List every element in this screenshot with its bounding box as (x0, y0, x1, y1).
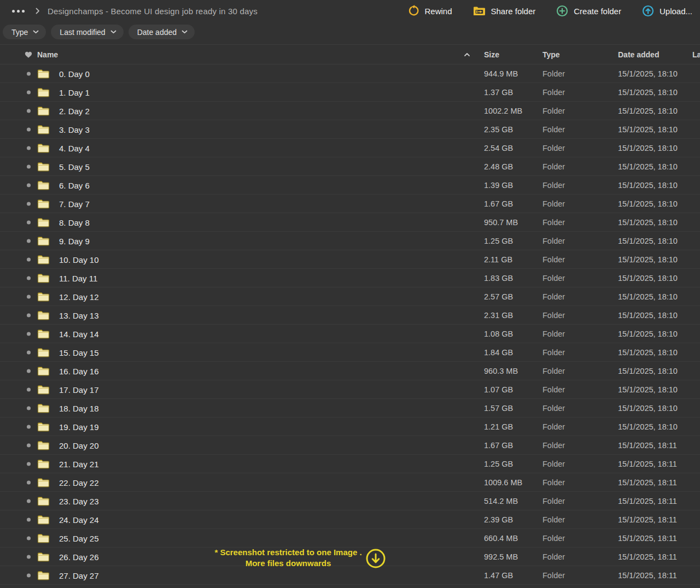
file-name[interactable]: 10. Day 10 (59, 255, 99, 264)
table-row[interactable]: 2. Day 2 1002.2 MB Folder 15/1/2025, 18:… (0, 102, 700, 120)
file-size: 950.7 MB (484, 218, 518, 227)
table-row[interactable]: 27. Day 27 1.47 GB Folder 15/1/2025, 18:… (0, 566, 700, 585)
file-name[interactable]: 27. Day 27 (59, 571, 99, 580)
file-name[interactable]: 15. Day 15 (59, 348, 99, 357)
table-row[interactable]: 23. Day 23 514.2 MB Folder 15/1/2025, 18… (0, 492, 700, 510)
file-name[interactable]: 14. Day 14 (59, 329, 99, 338)
table-row[interactable]: 7. Day 7 1.67 GB Folder 15/1/2025, 18:10 (0, 195, 700, 213)
file-size: 1.67 GB (484, 199, 513, 208)
file-type: Folder (542, 237, 565, 245)
table-row[interactable]: 1. Day 1 1.37 GB Folder 15/1/2025, 18:10 (0, 83, 700, 102)
file-date-added: 15/1/2025, 18:10 (618, 181, 678, 190)
filter-date-added[interactable]: Date added (129, 25, 195, 39)
file-name[interactable]: 3. Day 3 (59, 125, 90, 134)
table-row[interactable]: 21. Day 21 1.25 GB Folder 15/1/2025, 18:… (0, 455, 700, 473)
table-row[interactable]: 18. Day 18 1.57 GB Folder 15/1/2025, 18:… (0, 399, 700, 418)
file-size: 944.9 MB (484, 69, 518, 78)
down-arrow-circle-icon (364, 547, 387, 570)
file-name[interactable]: 8. Day 8 (59, 217, 90, 227)
table-row[interactable]: 20. Day 20 1.67 GB Folder 15/1/2025, 18:… (0, 436, 700, 455)
table-row[interactable]: 15. Day 15 1.84 GB Folder 15/1/2025, 18:… (0, 343, 700, 362)
file-name[interactable]: 5. Day 5 (59, 162, 90, 171)
file-name[interactable]: 22. Day 22 (59, 478, 99, 487)
table-row[interactable]: 3. Day 3 2.35 GB Folder 15/1/2025, 18:10 (0, 120, 700, 139)
upload-button[interactable]: Upload... (642, 5, 692, 17)
kebab-menu-icon[interactable] (12, 10, 25, 13)
file-type: Folder (542, 571, 565, 580)
file-name[interactable]: 12. Day 12 (59, 292, 99, 301)
file-name[interactable]: 26. Day 26 (59, 552, 99, 561)
heart-icon[interactable] (25, 51, 32, 58)
file-size: 2.35 GB (484, 125, 513, 134)
file-name[interactable]: 20. Day 20 (59, 440, 99, 450)
table-row[interactable]: 12. Day 12 2.57 GB Folder 15/1/2025, 18:… (0, 287, 700, 306)
chevron-down-icon (33, 30, 39, 34)
folder-icon (37, 310, 50, 320)
table-row[interactable]: 8. Day 8 950.7 MB Folder 15/1/2025, 18:1… (0, 213, 700, 232)
file-name[interactable]: 11. Day 11 (59, 273, 97, 283)
share-folder-button[interactable]: Share folder (473, 6, 536, 16)
selection-dot (27, 72, 31, 75)
file-date-added: 15/1/2025, 18:10 (618, 330, 678, 338)
filter-type[interactable]: Type (3, 25, 46, 39)
table-row[interactable]: 0. Day 0 944.9 MB Folder 15/1/2025, 18:1… (0, 64, 700, 83)
file-type: Folder (542, 107, 565, 115)
file-name[interactable]: 19. Day 19 (59, 422, 99, 431)
file-name[interactable]: 23. Day 23 (59, 496, 99, 505)
file-size: 1.37 GB (484, 88, 513, 97)
table-row[interactable]: 24. Day 24 2.39 GB Folder 15/1/2025, 18:… (0, 510, 700, 529)
table-row[interactable]: 5. Day 5 2.48 GB Folder 15/1/2025, 18:10 (0, 157, 700, 176)
column-header-label[interactable]: La (692, 50, 700, 59)
file-name[interactable]: 21. Day 21 (59, 459, 99, 468)
file-type: Folder (542, 515, 565, 524)
folder-icon (37, 87, 50, 97)
table-row[interactable]: 17. Day 17 1.07 GB Folder 15/1/2025, 18:… (0, 380, 700, 399)
column-header-size[interactable]: Size (484, 50, 499, 59)
file-size: 1.83 GB (484, 274, 513, 283)
file-name[interactable]: 0. Day 0 (59, 69, 90, 78)
table-row[interactable]: 22. Day 22 1009.6 MB Folder 15/1/2025, 1… (0, 473, 700, 492)
table-row[interactable]: 25. Day 25 660.4 MB Folder 15/1/2025, 18… (0, 529, 700, 548)
table-row[interactable]: 9. Day 9 1.25 GB Folder 15/1/2025, 18:10 (0, 232, 700, 250)
column-header-name[interactable]: Name (37, 50, 58, 59)
file-name[interactable]: 25. Day 25 (59, 533, 99, 543)
file-date-added: 15/1/2025, 18:11 (618, 552, 677, 561)
breadcrumb[interactable]: Designchamps - Become UI design job read… (48, 7, 258, 16)
table-row[interactable]: 16. Day 16 960.3 MB Folder 15/1/2025, 18… (0, 362, 700, 380)
table-row[interactable]: 26. Day 26 992.5 MB Folder 15/1/2025, 18… (0, 548, 700, 566)
file-name[interactable]: 9. Day 9 (59, 236, 90, 245)
table-row[interactable]: 14. Day 14 1.08 GB Folder 15/1/2025, 18:… (0, 325, 700, 343)
folder-icon (37, 422, 50, 432)
file-date-added: 15/1/2025, 18:10 (618, 255, 678, 264)
file-date-added: 15/1/2025, 18:10 (618, 69, 678, 78)
table-row[interactable]: 6. Day 6 1.39 GB Folder 15/1/2025, 18:10 (0, 176, 700, 195)
sort-ascending-icon (464, 52, 470, 57)
table-row[interactable]: 13. Day 13 2.31 GB Folder 15/1/2025, 18:… (0, 306, 700, 325)
create-folder-label: Create folder (574, 7, 621, 16)
file-name[interactable]: 6. Day 6 (59, 180, 90, 190)
column-header-date-added[interactable]: Date added (618, 50, 659, 59)
folder-icon (37, 403, 50, 413)
file-name[interactable]: 24. Day 24 (59, 515, 99, 524)
file-date-added: 15/1/2025, 18:11 (618, 515, 677, 524)
table-row[interactable]: 10. Day 10 2.11 GB Folder 15/1/2025, 18:… (0, 250, 700, 269)
folder-icon (37, 459, 50, 469)
file-name[interactable]: 2. Day 2 (59, 106, 90, 115)
file-name[interactable]: 7. Day 7 (59, 199, 90, 208)
table-row[interactable]: 19. Day 19 1.21 GB Folder 15/1/2025, 18:… (0, 418, 700, 436)
file-name[interactable]: 16. Day 16 (59, 366, 99, 375)
file-name[interactable]: 4. Day 4 (59, 143, 90, 152)
file-name[interactable]: 13. Day 13 (59, 310, 99, 320)
table-row[interactable]: 4. Day 4 2.54 GB Folder 15/1/2025, 18:10 (0, 139, 700, 157)
rewind-button[interactable]: Rewind (407, 5, 452, 17)
chevron-right-icon (36, 8, 40, 14)
folder-icon (37, 440, 50, 450)
column-header-type[interactable]: Type (542, 50, 560, 59)
file-size: 2.11 GB (484, 255, 512, 264)
file-name[interactable]: 1. Day 1 (59, 87, 90, 97)
filter-last-modified[interactable]: Last modified (51, 25, 123, 39)
file-name[interactable]: 18. Day 18 (59, 403, 99, 413)
create-folder-button[interactable]: Create folder (556, 5, 621, 17)
table-row[interactable]: 11. Day 11 1.83 GB Folder 15/1/2025, 18:… (0, 269, 700, 287)
file-name[interactable]: 17. Day 17 (59, 385, 99, 394)
